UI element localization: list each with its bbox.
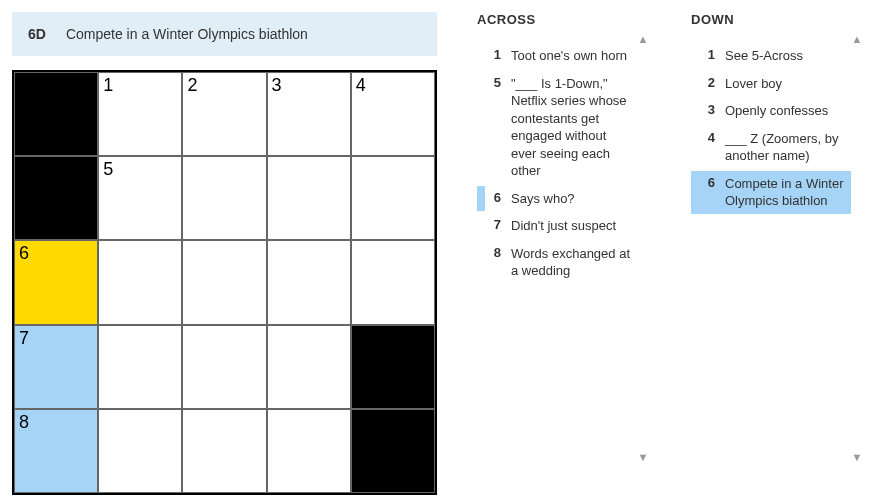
cell-number: 8 — [19, 412, 29, 433]
clue-text: Compete in a Winter Olympics biathlon — [725, 175, 847, 210]
cell-number: 5 — [103, 159, 113, 180]
clue-text: ___ Z (Zoomers, by another name) — [725, 130, 847, 165]
clue-item[interactable]: 6Says who? — [477, 186, 637, 212]
grid-cell — [351, 409, 435, 493]
clue-item[interactable]: 7Didn't just suspect — [477, 213, 637, 239]
clue-item[interactable]: 2Lover boy — [691, 71, 851, 97]
grid-cell[interactable] — [182, 325, 266, 409]
clue-item[interactable]: 3Openly confesses — [691, 98, 851, 124]
scroll-down-icon[interactable]: ▼ — [637, 451, 649, 463]
clue-number: 2 — [699, 75, 715, 93]
scroll-down-icon[interactable]: ▼ — [851, 451, 863, 463]
clue-number: 5 — [485, 75, 501, 180]
across-clue-list: 1Toot one's own horn5"___ Is 1-Down," Ne… — [477, 33, 651, 463]
across-heading: ACROSS — [477, 12, 651, 27]
clue-item[interactable]: 1Toot one's own horn — [477, 43, 637, 69]
grid-cell[interactable] — [267, 240, 351, 324]
clue-text: See 5-Across — [725, 47, 803, 65]
clue-number: 6 — [699, 175, 715, 210]
down-heading: DOWN — [691, 12, 865, 27]
current-clue-bar: 6D Compete in a Winter Olympics biathlon — [12, 12, 437, 56]
grid-cell[interactable] — [351, 240, 435, 324]
current-clue-text: Compete in a Winter Olympics biathlon — [66, 26, 308, 42]
grid-cell[interactable]: 4 — [351, 72, 435, 156]
cell-number: 3 — [272, 75, 282, 96]
grid-cell[interactable]: 8 — [14, 409, 98, 493]
crossword-grid[interactable]: 12345678 — [12, 70, 437, 495]
grid-cell[interactable]: 3 — [267, 72, 351, 156]
clue-number: 3 — [699, 102, 715, 120]
grid-cell[interactable]: 5 — [98, 156, 182, 240]
grid-cell[interactable]: 2 — [182, 72, 266, 156]
scroll-up-icon[interactable]: ▲ — [851, 33, 863, 45]
clue-item[interactable]: 4___ Z (Zoomers, by another name) — [691, 126, 851, 169]
clue-number: 7 — [485, 217, 501, 235]
clue-text: Lover boy — [725, 75, 782, 93]
grid-cell[interactable] — [267, 409, 351, 493]
down-clue-list: 1See 5-Across2Lover boy3Openly confesses… — [691, 33, 865, 463]
grid-cell[interactable] — [182, 156, 266, 240]
clue-item[interactable]: 6Compete in a Winter Olympics biathlon — [691, 171, 851, 214]
cell-number: 2 — [187, 75, 197, 96]
grid-cell[interactable] — [267, 325, 351, 409]
grid-cell[interactable]: 1 — [98, 72, 182, 156]
clue-text: Toot one's own horn — [511, 47, 627, 65]
grid-cell — [14, 72, 98, 156]
scroll-up-icon[interactable]: ▲ — [637, 33, 649, 45]
clue-text: "___ Is 1-Down," Netflix series whose co… — [511, 75, 633, 180]
clue-text: Words exchanged at a wedding — [511, 245, 633, 280]
clue-item[interactable]: 5"___ Is 1-Down," Netflix series whose c… — [477, 71, 637, 184]
grid-cell[interactable]: 7 — [14, 325, 98, 409]
grid-cell[interactable]: 6 — [14, 240, 98, 324]
cell-number: 1 — [103, 75, 113, 96]
clue-item[interactable]: 1See 5-Across — [691, 43, 851, 69]
clue-number: 1 — [485, 47, 501, 65]
grid-cell[interactable] — [267, 156, 351, 240]
grid-cell[interactable] — [351, 156, 435, 240]
cell-number: 6 — [19, 243, 29, 264]
grid-cell — [351, 325, 435, 409]
clue-number: 6 — [485, 190, 501, 208]
down-column: DOWN ▲ 1See 5-Across2Lover boy3Openly co… — [691, 12, 865, 463]
grid-cell — [14, 156, 98, 240]
clue-text: Says who? — [511, 190, 575, 208]
clue-text: Openly confesses — [725, 102, 828, 120]
grid-cell[interactable] — [182, 240, 266, 324]
grid-cell[interactable] — [182, 409, 266, 493]
grid-cell[interactable] — [98, 325, 182, 409]
clue-number: 1 — [699, 47, 715, 65]
cell-number: 7 — [19, 328, 29, 349]
cell-number: 4 — [356, 75, 366, 96]
clue-item[interactable]: 8Words exchanged at a wedding — [477, 241, 637, 284]
current-clue-id: 6D — [28, 26, 46, 42]
clue-text: Didn't just suspect — [511, 217, 616, 235]
grid-cell[interactable] — [98, 240, 182, 324]
across-column: ACROSS ▲ 1Toot one's own horn5"___ Is 1-… — [477, 12, 651, 463]
clue-number: 8 — [485, 245, 501, 280]
clue-number: 4 — [699, 130, 715, 165]
grid-cell[interactable] — [98, 409, 182, 493]
